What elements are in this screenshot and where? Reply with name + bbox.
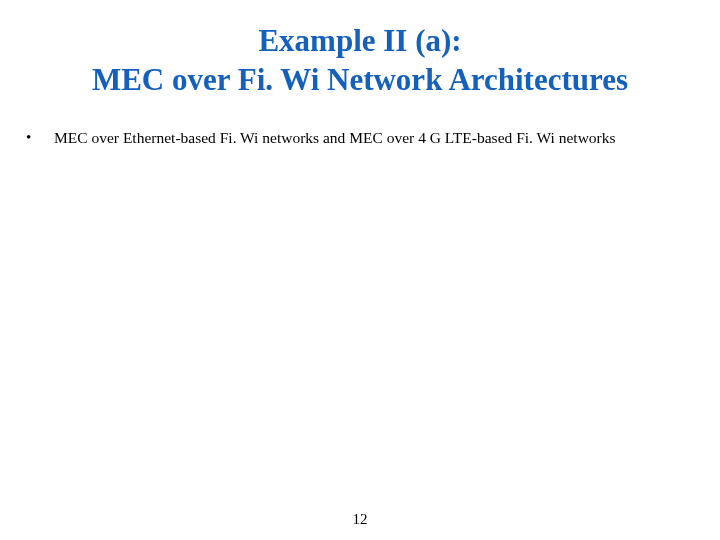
slide-container: Example II (a): MEC over Fi. Wi Network … xyxy=(0,0,720,540)
slide-title: Example II (a): MEC over Fi. Wi Network … xyxy=(20,22,700,100)
page-number: 12 xyxy=(0,511,720,528)
title-line-1: Example II (a): xyxy=(258,23,461,58)
title-line-2: MEC over Fi. Wi Network Architectures xyxy=(92,62,628,97)
bullet-list: • MEC over Ethernet-based Fi. Wi network… xyxy=(20,128,700,148)
bullet-item-1: • MEC over Ethernet-based Fi. Wi network… xyxy=(24,128,700,148)
bullet-text: MEC over Ethernet-based Fi. Wi networks … xyxy=(54,128,700,148)
bullet-marker: • xyxy=(24,128,54,148)
